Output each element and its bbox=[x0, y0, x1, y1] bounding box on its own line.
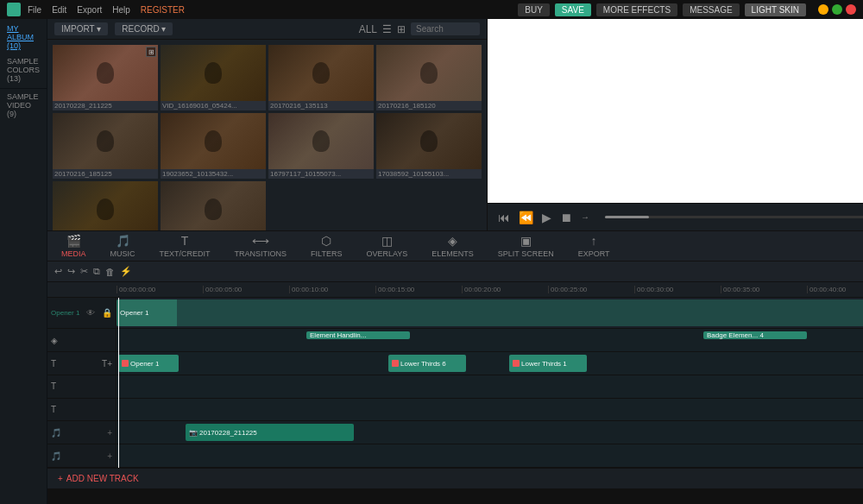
thumbnail-item[interactable]: 15192746_10154796... bbox=[161, 181, 266, 230]
opener-clip[interactable]: Opener 1 bbox=[117, 299, 177, 326]
ruler-mark: 00:00:10:00 bbox=[289, 286, 375, 293]
copy-button[interactable]: ⧉ bbox=[93, 266, 100, 277]
redo-button[interactable]: ↪ bbox=[67, 266, 75, 277]
stop-icon[interactable]: ⏹ bbox=[560, 211, 572, 224]
thumbnail-item[interactable]: VID_16169016_05424... bbox=[161, 45, 266, 110]
cat-silhouette bbox=[161, 113, 266, 169]
elements-track-content[interactable]: Element Handlin... Badge Elemen... 4 bbox=[117, 329, 863, 351]
ruler-mark: 00:00:35:00 bbox=[721, 286, 807, 293]
thumb-image bbox=[161, 45, 266, 101]
splitscreen-tab-icon: ▣ bbox=[520, 234, 532, 248]
music-track-content[interactable] bbox=[117, 444, 863, 467]
text-track-2-content[interactable] bbox=[117, 375, 863, 398]
thumbnail-item[interactable]: 20170216_185120 bbox=[376, 45, 482, 110]
thumb-label: 20170216_135113 bbox=[268, 101, 374, 110]
tab-text[interactable]: TTEXT/CREDIT bbox=[156, 232, 214, 260]
skip-back-icon[interactable]: ⏮ bbox=[498, 211, 510, 224]
cat-silhouette bbox=[53, 45, 158, 101]
message-button[interactable]: MESSAGE bbox=[683, 3, 739, 16]
save-button[interactable]: SAVE bbox=[555, 3, 591, 16]
thumb-image bbox=[53, 113, 158, 169]
add-track-button[interactable]: + ADD NEW TRACK bbox=[47, 468, 863, 488]
preview-progress-bar[interactable] bbox=[605, 216, 863, 218]
cut-button[interactable]: ✂ bbox=[80, 266, 88, 277]
thumbnail-item[interactable]: 17834171_10155224... bbox=[53, 181, 158, 230]
audio-add-icon[interactable]: + bbox=[107, 428, 112, 438]
menu-export[interactable]: Export bbox=[77, 5, 102, 15]
record-button[interactable]: RECORD ▾ bbox=[115, 22, 173, 35]
thumbnails-grid: ⊞ 20170228_211225 VID_16169016_05424... … bbox=[47, 40, 487, 230]
cat-silhouette bbox=[376, 45, 482, 101]
thumbnail-item[interactable]: 19023652_10135432... bbox=[161, 113, 266, 179]
undo-button[interactable]: ↩ bbox=[54, 266, 62, 277]
more-effects-button[interactable]: MORE EFFECTS bbox=[596, 3, 677, 16]
search-input[interactable] bbox=[411, 22, 480, 35]
tab-transitions[interactable]: ⟷TRANSITIONS bbox=[231, 232, 291, 260]
thumbnail-item[interactable]: 20170216_135113 bbox=[268, 45, 374, 110]
audio-clip-1[interactable]: 📷20170228_211225 bbox=[186, 424, 354, 441]
elements-icon: ◈ bbox=[51, 336, 58, 345]
next-frame-icon[interactable]: → bbox=[581, 212, 589, 222]
import-button[interactable]: IMPORT ▾ bbox=[54, 22, 108, 35]
audio-track-content[interactable]: 📷20170228_211225 bbox=[117, 421, 863, 444]
overlays-tab-icon: ◫ bbox=[381, 234, 393, 248]
thumbnail-item[interactable]: ⊞ 20170228_211225 bbox=[53, 45, 158, 110]
splitscreen-tab-label: SPLIT SCREEN bbox=[498, 249, 554, 258]
thumbnail-item[interactable]: 17038592_10155103... bbox=[376, 113, 482, 179]
menu-file[interactable]: File bbox=[28, 5, 41, 15]
preview-panel: JUNIPER The tale of a strange little cat… bbox=[488, 19, 863, 230]
album-title[interactable]: MY ALBUM (10) bbox=[0, 19, 47, 55]
timeline-controls: ↩ ↪ ✂ ⧉ 🗑 ⚡ 🔍- 🔍+ ⊞ ☰ bbox=[47, 261, 863, 282]
light-skin-button[interactable]: LIGHT SKIN bbox=[745, 3, 806, 16]
lower-thirds-6-clip[interactable]: Lower Thirds 6 bbox=[388, 355, 466, 372]
text-track-3-content[interactable] bbox=[117, 399, 863, 421]
titlebar-right: BUY SAVE MORE EFFECTS MESSAGE LIGHT SKIN bbox=[518, 3, 856, 16]
app-logo bbox=[7, 3, 21, 16]
ruler-mark: 00:00:30:00 bbox=[634, 286, 721, 293]
thumbnail-item[interactable]: 16797117_10155073... bbox=[268, 113, 374, 179]
tab-export[interactable]: ↑EXPORT bbox=[575, 232, 614, 260]
split-button[interactable]: ⚡ bbox=[120, 266, 132, 277]
sample-video: SAMPLE VIDEO (9) bbox=[0, 91, 47, 122]
tab-overlays[interactable]: ◫OVERLAYS bbox=[362, 232, 411, 260]
all-view-label[interactable]: ALL bbox=[359, 23, 377, 35]
menu-register[interactable]: REGISTER bbox=[141, 5, 185, 15]
cat-silhouette bbox=[161, 181, 266, 230]
cat-silhouette bbox=[268, 45, 374, 101]
tab-music[interactable]: 🎵MUSIC bbox=[107, 232, 139, 260]
opener-clip-lt[interactable]: Opener 1 bbox=[118, 355, 179, 372]
tab-elements[interactable]: ◈ELEMENTS bbox=[428, 232, 477, 260]
element-handler-clip[interactable]: Element Handlin... bbox=[306, 331, 410, 339]
tab-splitscreen[interactable]: ▣SPLIT SCREEN bbox=[494, 232, 557, 260]
music-tab-label: MUSIC bbox=[110, 249, 135, 258]
lower-thirds-1-content[interactable]: Opener 1 Lower Thirds 6 Lower Thirds 1 C… bbox=[117, 352, 863, 375]
cat-body bbox=[205, 130, 222, 152]
minimize-button[interactable] bbox=[818, 4, 828, 15]
buy-button[interactable]: BUY bbox=[518, 3, 550, 16]
video-track-content[interactable]: Opener 1 bbox=[117, 298, 863, 328]
menu-help[interactable]: Help bbox=[112, 5, 130, 15]
text-track-2-label: T bbox=[47, 375, 117, 398]
thumbnail-item[interactable]: 20170216_185125 bbox=[53, 113, 158, 179]
video-track-eye[interactable]: 👁 bbox=[86, 308, 95, 318]
cat-body bbox=[205, 62, 222, 84]
media-tab-icon: 🎬 bbox=[66, 234, 81, 248]
add-row-icon[interactable]: T+ bbox=[102, 359, 112, 369]
tab-media[interactable]: 🎬MEDIA bbox=[58, 232, 90, 260]
text-tab-label: TEXT/CREDIT bbox=[160, 249, 211, 258]
close-button[interactable] bbox=[846, 4, 856, 15]
music-add-icon[interactable]: + bbox=[107, 451, 112, 461]
prev-frame-icon[interactable]: ⏪ bbox=[519, 211, 533, 224]
maximize-button[interactable] bbox=[832, 4, 842, 15]
video-track-lock[interactable]: 🔒 bbox=[102, 308, 112, 318]
menu-edit[interactable]: Edit bbox=[52, 5, 66, 15]
tab-filters[interactable]: ⬡FILTERS bbox=[307, 232, 345, 260]
thumb-label: 16797117_10155073... bbox=[268, 169, 374, 179]
text-track-3-label: T bbox=[47, 399, 117, 421]
list-view-icon[interactable]: ☰ bbox=[382, 23, 392, 35]
lower-thirds-1-clip[interactable]: Lower Thirds 1 bbox=[509, 355, 587, 372]
delete-button[interactable]: 🗑 bbox=[105, 267, 115, 277]
badge-element-clip[interactable]: Badge Elemen... 4 bbox=[703, 331, 807, 339]
grid-view-icon[interactable]: ⊞ bbox=[397, 23, 406, 35]
play-icon[interactable]: ▶ bbox=[542, 211, 551, 224]
